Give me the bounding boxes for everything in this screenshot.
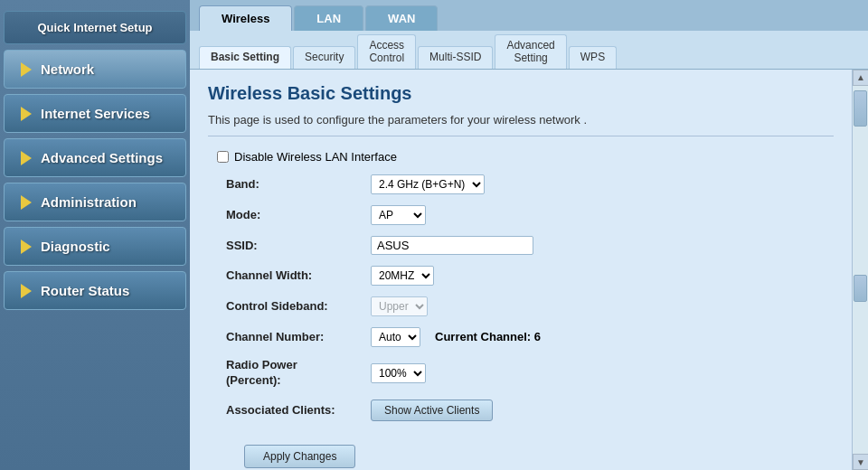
sidebar: Quick Internet Setup Network Internet Se… (0, 0, 190, 470)
sidebar-item-diagnostic[interactable]: Diagnostic (4, 227, 186, 266)
control-sideband-row: Control Sideband: Upper Lower (208, 296, 834, 316)
band-label: Band: (226, 177, 371, 191)
radio-power-control: 100% 75% 50% 25% (371, 363, 426, 383)
control-sideband-select[interactable]: Upper Lower (371, 296, 428, 316)
tab-multi-ssid[interactable]: Multi-SSID (418, 46, 493, 69)
sidebar-item-router-status[interactable]: Router Status (4, 271, 186, 310)
sidebar-item-label: Network (41, 61, 94, 77)
sidebar-item-label: Internet Services (41, 106, 150, 121)
tab-wan[interactable]: WAN (365, 5, 438, 31)
tab-advanced-setting[interactable]: Advanced Setting (495, 34, 566, 69)
sub-tabs: Basic Setting Security Access Control Mu… (190, 31, 868, 70)
scroll-track[interactable] (853, 86, 868, 454)
apply-changes-button[interactable]: Apply Changes (244, 445, 355, 468)
sidebar-item-internet-services[interactable]: Internet Services (4, 94, 186, 133)
tab-lan[interactable]: LAN (294, 5, 363, 31)
ssid-control (371, 236, 533, 255)
arrow-icon (21, 151, 32, 165)
sidebar-item-label: Router Status (41, 283, 129, 298)
disable-wireless-checkbox[interactable] (217, 151, 229, 163)
top-tabs: Wireless LAN WAN (190, 0, 868, 31)
sidebar-item-quick-internet-setup[interactable]: Quick Internet Setup (4, 11, 186, 44)
sidebar-item-label: Advanced Settings (41, 150, 163, 165)
channel-width-control: 20MHZ 40MHZ (371, 266, 434, 286)
band-row: Band: 2.4 GHz (B+G+N) 2.4 GHz (B+G) 5 GH… (208, 174, 834, 194)
page-title: Wireless Basic Settings (208, 83, 834, 104)
radio-power-label: Radio Power(Percent): (226, 358, 371, 389)
arrow-icon (21, 107, 32, 121)
mode-label: Mode: (226, 208, 371, 221)
ssid-row: SSID: (208, 236, 834, 255)
arrow-icon (21, 284, 32, 298)
scroll-down-arrow[interactable]: ▼ (853, 454, 868, 470)
content-area: Wireless Basic Settings This page is use… (190, 70, 868, 470)
show-active-clients-button[interactable]: Show Active Clients (371, 400, 493, 421)
tab-wireless[interactable]: Wireless (199, 5, 292, 31)
channel-width-select[interactable]: 20MHZ 40MHZ (371, 266, 434, 286)
tab-security[interactable]: Security (293, 46, 355, 69)
disable-wireless-row: Disable Wireless LAN Interface (208, 150, 834, 164)
radio-power-row: Radio Power(Percent): 100% 75% 50% 25% (208, 358, 834, 389)
content-inner: Wireless Basic Settings This page is use… (190, 70, 852, 470)
sidebar-item-administration[interactable]: Administration (4, 183, 186, 221)
disable-wireless-label: Disable Wireless LAN Interface (234, 150, 397, 164)
sidebar-item-advanced-settings[interactable]: Advanced Settings (4, 138, 186, 177)
ssid-input[interactable] (371, 236, 533, 255)
current-channel-value: 6 (534, 330, 541, 343)
scroll-thumb[interactable] (854, 90, 867, 127)
page-description: This page is used to configure the param… (208, 113, 834, 136)
current-channel-label: Current Channel: 6 (435, 330, 541, 343)
channel-width-label: Channel Width: (226, 268, 371, 282)
tab-wps[interactable]: WPS (569, 46, 617, 69)
sidebar-item-network[interactable]: Network (4, 50, 186, 89)
arrow-icon (21, 62, 32, 77)
channel-width-row: Channel Width: 20MHZ 40MHZ (208, 266, 834, 286)
channel-number-label: Channel Number: (226, 330, 371, 343)
scroll-mid-thumb[interactable] (854, 275, 867, 302)
channel-number-control: Auto 1234 5678 91011 Current Channel: 6 (371, 327, 541, 347)
sidebar-item-label: Quick Internet Setup (37, 21, 152, 34)
arrow-icon (21, 240, 32, 254)
channel-number-row: Channel Number: Auto 1234 5678 91011 Cur… (208, 327, 834, 347)
arrow-icon (21, 195, 32, 210)
tab-access-control[interactable]: Access Control (357, 34, 416, 69)
associated-clients-label: Associated Clients: (226, 403, 371, 417)
band-control: 2.4 GHz (B+G+N) 2.4 GHz (B+G) 5 GHz (371, 174, 485, 194)
ssid-label: SSID: (226, 239, 371, 252)
associated-clients-row: Associated Clients: Show Active Clients (208, 400, 834, 421)
scroll-up-arrow[interactable]: ▲ (853, 70, 868, 86)
main-panel: Wireless LAN WAN Basic Setting Security … (190, 0, 868, 470)
sidebar-item-label: Administration (41, 194, 137, 210)
control-sideband-label: Control Sideband: (226, 299, 371, 313)
band-select[interactable]: 2.4 GHz (B+G+N) 2.4 GHz (B+G) 5 GHz (371, 174, 485, 194)
mode-select[interactable]: AP Client WDS (371, 205, 426, 225)
mode-row: Mode: AP Client WDS (208, 205, 834, 225)
scrollbar: ▲ ▼ (852, 70, 868, 470)
channel-number-select[interactable]: Auto 1234 5678 91011 (371, 327, 420, 347)
control-sideband-control: Upper Lower (371, 296, 428, 316)
radio-power-select[interactable]: 100% 75% 50% 25% (371, 363, 426, 383)
sidebar-item-label: Diagnostic (41, 239, 110, 254)
mode-control: AP Client WDS (371, 205, 426, 225)
associated-clients-control: Show Active Clients (371, 400, 493, 421)
tab-basic-setting[interactable]: Basic Setting (199, 46, 291, 69)
